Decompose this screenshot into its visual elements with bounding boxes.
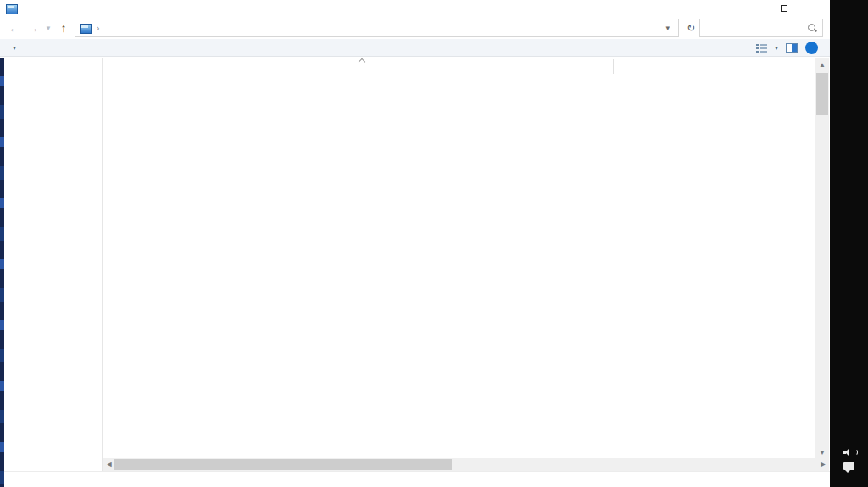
file-list-pane: ▲ ▼ [103, 58, 829, 472]
minimize-button[interactable] [741, 0, 770, 17]
preview-pane-icon[interactable] [786, 43, 798, 53]
organize-button[interactable]: ▾ [8, 44, 16, 52]
vertical-scroll-thumb[interactable] [816, 73, 828, 115]
maximize-button[interactable] [770, 0, 798, 17]
restore-icon [781, 5, 787, 12]
forward-button[interactable]: → [24, 21, 42, 35]
breadcrumb-chevron-icon[interactable]: › [97, 24, 99, 33]
desktop-wallpaper-sliver [0, 58, 4, 487]
column-headers [103, 58, 829, 75]
recent-locations-chevron-icon[interactable]: ▾ [42, 24, 54, 32]
refresh-icon[interactable]: ↻ [682, 22, 699, 34]
address-row: ← → ▾ ↑ › ▾ ↻ [0, 17, 830, 39]
search-input[interactable] [699, 19, 823, 37]
scroll-left-icon[interactable]: ◄ [103, 458, 115, 471]
horizontal-scroll-thumb[interactable] [114, 459, 452, 470]
titlebar[interactable] [0, 0, 830, 17]
view-list-icon[interactable] [756, 43, 767, 53]
search-icon[interactable] [807, 23, 817, 33]
up-button[interactable]: ↑ [54, 21, 73, 35]
action-center-icon[interactable] [842, 460, 857, 475]
address-location-icon [79, 23, 92, 34]
address-dropdown-icon[interactable]: ▾ [660, 24, 675, 32]
back-button[interactable]: ← [5, 21, 24, 35]
view-dropdown-icon[interactable]: ▾ [775, 44, 778, 52]
items-list [103, 75, 815, 459]
column-divider[interactable] [613, 59, 614, 74]
vertical-scrollbar[interactable]: ▲ ▼ [815, 58, 829, 459]
address-bar[interactable]: › ▾ [75, 19, 679, 37]
organize-dropdown-icon: ▾ [13, 44, 16, 52]
help-button[interactable] [805, 42, 818, 54]
command-bar: ▾ ▾ [0, 39, 830, 57]
navigation-pane [4, 58, 103, 472]
sort-ascending-icon [359, 58, 365, 65]
horizontal-scrollbar[interactable]: ◄ ► [103, 458, 829, 471]
volume-icon[interactable] [842, 445, 857, 460]
taskbar [830, 0, 868, 487]
explorer-window: ← → ▾ ↑ › ▾ ↻ ▾ ▾ [0, 0, 830, 487]
scroll-down-icon[interactable]: ▼ [815, 446, 829, 459]
close-button[interactable] [798, 0, 827, 17]
godmode-window-icon [5, 3, 18, 14]
scroll-right-icon[interactable]: ► [817, 458, 829, 471]
desktop-screen: ← → ▾ ↑ › ▾ ↻ ▾ ▾ [0, 0, 868, 487]
status-bar [0, 471, 830, 487]
window-body: ▲ ▼ [0, 58, 830, 471]
scroll-up-icon[interactable]: ▲ [815, 58, 829, 71]
